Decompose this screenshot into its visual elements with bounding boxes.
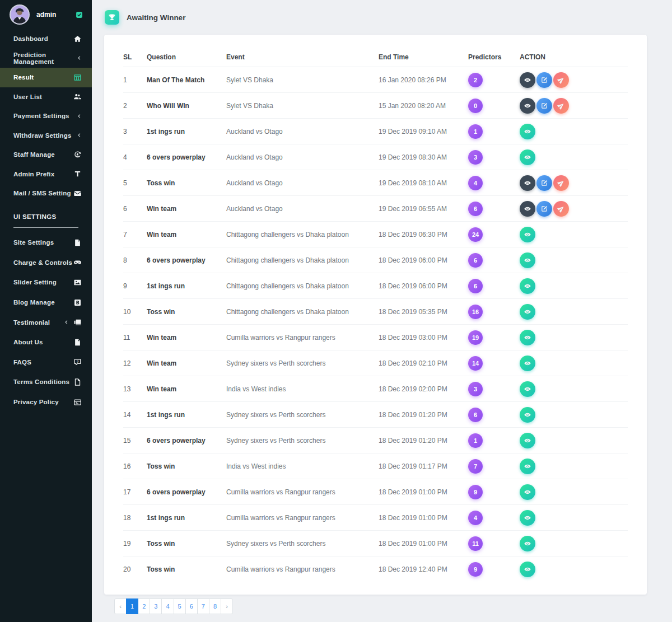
view-button[interactable] xyxy=(520,510,535,526)
pagination-page-6[interactable]: 6 xyxy=(185,598,198,614)
pagination-page-3[interactable]: 3 xyxy=(150,598,162,614)
sidebar-item-withdraw-settings[interactable]: Withdraw Settings xyxy=(0,126,92,146)
envelope-icon xyxy=(73,189,82,198)
sidebar-item-label: Payment Settings xyxy=(13,113,69,119)
pagination-page-2[interactable]: 2 xyxy=(138,598,150,614)
sidebar-item-icons xyxy=(73,398,82,406)
avatar[interactable] xyxy=(10,4,30,25)
view-button[interactable] xyxy=(520,124,535,139)
main-content: Awaiting Winner SL Question Event End Ti… xyxy=(92,0,672,622)
view-button[interactable] xyxy=(520,484,535,500)
sidebar-item-testimonial[interactable]: Testimonial xyxy=(0,312,92,333)
row-event: Sydney sixers vs Perth scorchers xyxy=(226,437,379,445)
view-button[interactable] xyxy=(520,433,535,448)
sidebar-item-label: Privacy Policy xyxy=(13,399,59,405)
eye-icon xyxy=(524,282,532,290)
row-predictors-cell: 24 xyxy=(468,227,520,242)
pagination-page-4[interactable]: 4 xyxy=(161,598,174,614)
view-button[interactable] xyxy=(520,227,535,242)
eye-icon xyxy=(524,204,532,213)
send-button[interactable] xyxy=(553,175,569,191)
sidebar-item-blog-manage[interactable]: Blog Manage xyxy=(0,292,92,312)
row-end-time: 19 Dec 2019 08:30 AM xyxy=(379,153,468,161)
predictors-badge: 1 xyxy=(468,433,483,448)
view-button[interactable] xyxy=(520,381,535,397)
row-question: Toss win xyxy=(147,179,226,187)
row-predictors-cell: 3 xyxy=(468,150,520,165)
row-actions xyxy=(520,510,628,526)
eye-icon xyxy=(524,101,532,110)
sidebar-item-mail-sms-setting[interactable]: Mail / SMS Setting xyxy=(0,184,92,203)
sidebar-item-user-list[interactable]: User List xyxy=(0,87,92,107)
view-button[interactable] xyxy=(520,278,535,294)
sidebar-item-label: Blog Manage xyxy=(13,299,55,306)
pagination-page-1[interactable]: 1 xyxy=(126,598,138,614)
section-title: UI SETTINGS xyxy=(0,213,92,220)
view-button[interactable] xyxy=(520,201,535,217)
row-question: 1st ings run xyxy=(147,514,226,522)
view-button[interactable] xyxy=(520,407,535,423)
predictors-badge: 14 xyxy=(468,356,483,371)
row-actions xyxy=(520,484,628,500)
send-button[interactable] xyxy=(553,98,569,114)
pagination-prev-button[interactable]: ‹ xyxy=(114,598,127,614)
row-actions xyxy=(520,124,628,139)
view-button[interactable] xyxy=(520,252,535,268)
sidebar-item-privacy-policy[interactable]: Privacy Policy xyxy=(0,392,92,412)
sidebar-item-prediction-management[interactable]: Prediction Management xyxy=(0,49,92,68)
sidebar-item-staff-manage[interactable]: Staff Manage xyxy=(0,145,92,165)
sidebar-item-icons xyxy=(73,35,82,43)
pagination-page-7[interactable]: 7 xyxy=(197,598,209,614)
view-button[interactable] xyxy=(520,562,535,577)
col-predictors: Predictors xyxy=(468,53,520,61)
view-button[interactable] xyxy=(520,356,535,371)
view-button[interactable] xyxy=(520,304,535,320)
view-button[interactable] xyxy=(520,149,535,165)
row-sl: 6 xyxy=(123,205,147,213)
predictors-badge: 24 xyxy=(468,227,483,242)
edit-button[interactable] xyxy=(536,98,552,114)
edit-button[interactable] xyxy=(536,201,552,217)
view-button[interactable] xyxy=(520,459,535,474)
sidebar-item-site-settings[interactable]: Site Settings xyxy=(0,233,92,253)
sidebar-item-about-us[interactable]: About Us xyxy=(0,332,92,352)
view-button[interactable] xyxy=(520,98,535,114)
send-button[interactable] xyxy=(553,72,569,88)
pagination-page-8[interactable]: 8 xyxy=(209,598,221,614)
section-divider xyxy=(13,227,78,228)
view-button[interactable] xyxy=(520,536,535,551)
pagination-page-5[interactable]: 5 xyxy=(174,598,186,614)
table-body: 1Man Of The MatchSylet VS Dhaka16 Jan 20… xyxy=(123,67,628,582)
sidebar-item-payment-settings[interactable]: Payment Settings xyxy=(0,106,92,126)
pagination-next-button[interactable]: › xyxy=(221,598,233,614)
view-button[interactable] xyxy=(520,330,535,345)
row-end-time: 18 Dec 2019 02:10 PM xyxy=(379,359,468,367)
sidebar-item-charge-controls[interactable]: Charge & Controls xyxy=(0,252,92,273)
view-button[interactable] xyxy=(520,175,535,191)
row-end-time: 18 Dec 2019 01:00 PM xyxy=(379,488,468,496)
row-question: 1st ings run xyxy=(147,411,226,419)
sidebar-item-label: Site Settings xyxy=(13,239,54,246)
sidebar-item-faqs[interactable]: FAQS? xyxy=(0,352,92,372)
edit-button[interactable] xyxy=(536,175,552,191)
cards-icon xyxy=(73,318,82,326)
row-question: 1st ings run xyxy=(147,282,226,290)
sidebar-item-terms-conditions[interactable]: Terms Conditions xyxy=(0,372,92,392)
view-button[interactable] xyxy=(520,72,535,88)
row-actions xyxy=(520,381,628,397)
row-sl: 1 xyxy=(123,76,147,84)
sidebar-item-dashboard[interactable]: Dashboard xyxy=(0,29,92,49)
table-row: 5Toss winAuckland vs Otago19 Dec 2019 08… xyxy=(123,170,628,196)
sidebar-item-slider-setting[interactable]: Slider Setting xyxy=(0,273,92,293)
edit-button[interactable] xyxy=(536,72,552,88)
table-row: 7Win teamChittagong challengers vs Dhaka… xyxy=(123,222,628,247)
sidebar-item-admin-prefix[interactable]: Admin Prefix xyxy=(0,165,92,184)
comment-question-icon: ? xyxy=(73,358,82,366)
row-actions xyxy=(520,175,628,191)
table-header: SL Question Event End Time Predictors AC… xyxy=(123,48,628,67)
send-button[interactable] xyxy=(553,201,569,217)
row-sl: 11 xyxy=(123,334,147,342)
row-event: Cumilla warriors vs Rangpur rangers xyxy=(226,488,379,496)
row-question: Toss win xyxy=(147,540,226,548)
sidebar-item-result[interactable]: Result xyxy=(0,68,92,87)
